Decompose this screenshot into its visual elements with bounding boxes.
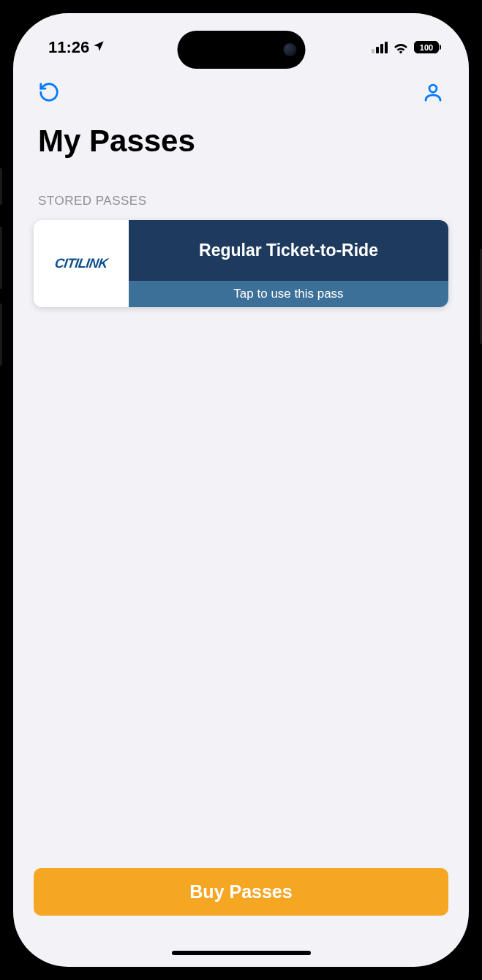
pass-footer: Tap to use this pass [129,281,448,307]
status-right: 100 [372,41,441,53]
refresh-button[interactable] [38,81,60,106]
app-content: My Passes STORED PASSES CITILINK Regular… [13,68,469,967]
pass-main: Regular Ticket-to-Ride [129,220,448,281]
volume-up-button [0,227,2,289]
pass-title: Regular Ticket-to-Ride [143,241,434,260]
profile-button[interactable] [422,81,444,106]
pass-body: Regular Ticket-to-Ride Tap to use this p… [129,220,448,307]
dynamic-island [177,31,305,69]
phone-frame: 11:26 100 [0,0,482,980]
mute-switch [0,168,2,205]
pass-provider-logo: CITILINK [34,220,129,307]
provider-logo-text: CITILINK [54,256,109,271]
status-time: 11:26 [48,38,89,57]
page-title: My Passes [34,124,448,159]
nav-bar [34,68,448,115]
cellular-signal-icon [372,42,388,53]
location-arrow-icon [92,38,105,57]
screen: 11:26 100 [13,13,469,967]
battery-level: 100 [420,43,433,52]
svg-point-0 [429,85,437,92]
pass-hint: Tap to use this pass [135,287,443,301]
section-header: STORED PASSES [34,194,448,208]
wifi-icon [393,42,409,53]
home-indicator[interactable] [172,951,311,955]
front-camera-icon [283,43,296,56]
status-left: 11:26 [48,38,105,57]
battery-icon: 100 [414,41,441,53]
pass-card[interactable]: CITILINK Regular Ticket-to-Ride Tap to u… [34,220,448,307]
volume-down-button [0,304,2,366]
buy-passes-button[interactable]: Buy Passes [34,868,448,916]
